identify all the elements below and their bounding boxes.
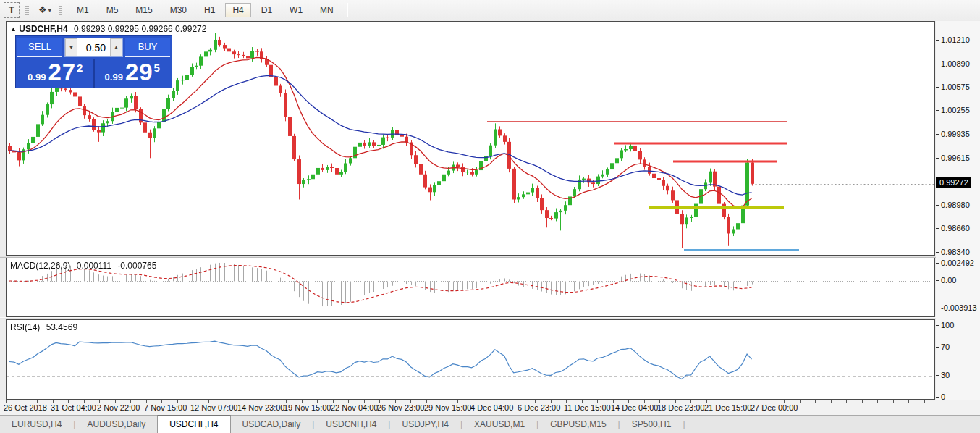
time-tick-mark: [815, 400, 816, 403]
timeframe-h4[interactable]: H4: [225, 3, 250, 17]
buy-price-big: 29: [125, 60, 153, 85]
sell-price-sup: 2: [77, 62, 83, 74]
volume-input[interactable]: [77, 38, 110, 56]
axis-tick-label: 0.00: [941, 276, 956, 285]
time-axis-label: 14 Nov 23:00: [237, 403, 284, 412]
macd-label: MACD(12,26,9) 0.000111 -0.000765: [10, 261, 156, 271]
time-axis-label: 18 Dec 23:00: [657, 403, 704, 412]
chevron-down-icon: ▾: [48, 7, 52, 14]
volume-box: ▼ ▲: [64, 38, 123, 57]
axis-tick-mark: [936, 64, 939, 64]
toolbar-grip[interactable]: [59, 4, 62, 17]
tab-usdcnh-h4[interactable]: USDCNH,H4: [314, 416, 388, 433]
rsi-canvas[interactable]: [7, 320, 934, 399]
axis-tick-label: 1.00890: [941, 59, 970, 68]
timeframe-w1[interactable]: W1: [282, 3, 310, 17]
time-axis-label: 14 Dec 04:00: [611, 403, 658, 412]
time-tick-mark: [924, 400, 925, 403]
one-click-trade-panel: SELL ▼ ▲ BUY 0.99 27 2 0.99 29 5: [15, 35, 172, 88]
timeframe-m30[interactable]: M30: [163, 3, 194, 17]
time-tick-mark: [862, 400, 863, 403]
chart-ohlc-values: 0.99293 0.99295 0.99266 0.99272: [74, 24, 207, 34]
timeframe-m5[interactable]: M5: [99, 3, 126, 17]
time-axis-label: 22 Nov 04:00: [331, 403, 378, 412]
tab-audusd-daily[interactable]: AUDUSD,Daily: [75, 416, 157, 433]
timeframe-d1[interactable]: D1: [254, 3, 279, 17]
time-axis-label: 4 Dec 04:00: [470, 403, 513, 412]
time-axis-label: 7 Nov 15:00: [144, 403, 187, 412]
volume-decrease-button[interactable]: ▼: [65, 38, 77, 56]
cursor-tool-button[interactable]: ❖ ▾: [37, 2, 53, 18]
axis-tick-mark: [936, 375, 939, 376]
time-axis-label: 27 Dec 00:00: [751, 403, 798, 412]
tab-sp500-h1[interactable]: SP500,H1: [620, 416, 683, 433]
axis-tick-label: 1.00575: [941, 83, 970, 91]
axis-tick-label: 0.98660: [941, 224, 970, 232]
axis-tick-mark: [936, 87, 939, 88]
tab-separator: |: [683, 416, 685, 433]
current-price-tag: 0.99272: [936, 177, 971, 188]
main-chart-panel: ▲ USDCHF,H4 0.99293 0.99295 0.99266 0.99…: [6, 21, 935, 256]
rsi-label: RSI(14) 53.4569: [10, 322, 77, 332]
axis-tick-mark: [936, 134, 939, 135]
collapse-arrow-icon[interactable]: ▲: [10, 25, 17, 33]
time-axis-label: 12 Nov 07:00: [190, 403, 237, 412]
volume-increase-button[interactable]: ▲: [110, 38, 122, 56]
macd-name: MACD(12,26,9): [10, 261, 70, 271]
axis-tick-label: 0.98340: [941, 248, 970, 256]
timeframe-m1[interactable]: M1: [69, 3, 96, 17]
time-tick-mark: [877, 400, 878, 403]
axis-tick-mark: [936, 205, 939, 206]
tab-usdcad-daily[interactable]: USDCAD,Daily: [231, 416, 313, 433]
axis-tick-label: 1.00255: [941, 106, 970, 114]
tab-usdchf-h4[interactable]: USDCHF,H4: [157, 415, 230, 433]
axis-tick-mark: [936, 280, 939, 281]
time-axis-label: 11 Dec 15:00: [564, 403, 611, 412]
buy-price-small: 0.99: [105, 72, 123, 83]
sell-price-small: 0.99: [28, 72, 46, 83]
time-axis-label: 26 Oct 2018: [4, 403, 47, 412]
chart-symbol-period: USDCHF,H4: [19, 24, 67, 34]
time-axis-label: 26 Nov 23:00: [377, 403, 424, 412]
axis-tick-mark: [936, 40, 939, 41]
time-axis-label: 2 Nov 22:00: [97, 403, 140, 412]
macd-main-value: 0.000111: [77, 261, 111, 271]
axis-tick-mark: [936, 347, 939, 348]
time-axis-label: 19 Nov 15:00: [284, 403, 331, 412]
time-axis-label: 29 Nov 15:00: [424, 403, 471, 412]
macd-signal-value: -0.000765: [117, 261, 156, 271]
rsi-value: 53.4569: [46, 322, 77, 332]
axis-tick-label: -0.003913: [941, 303, 977, 312]
axis-tick-label: 0.98980: [941, 201, 970, 209]
tab-gbpusd-m15[interactable]: GBPUSD,M15: [538, 416, 617, 433]
time-axis-label: 6 Dec 23:00: [518, 403, 560, 412]
timeframe-h1[interactable]: H1: [197, 3, 222, 17]
cursor-tool-icon: ❖: [38, 4, 47, 15]
time-axis-label: 31 Oct 04:00: [51, 403, 96, 412]
top-toolbar: T ❖ ▾ M1M5M15M30H1H4D1W1MN: [0, 0, 980, 20]
tab-usdjpy-h4[interactable]: USDJPY,H4: [390, 416, 460, 433]
timeframe-mn[interactable]: MN: [313, 3, 341, 17]
sell-button[interactable]: SELL: [17, 38, 62, 57]
time-tick-mark: [908, 400, 909, 403]
tab-eurusd-h4[interactable]: EURUSD,H4: [0, 416, 73, 433]
axis-tick-mark: [936, 263, 939, 264]
sell-price-display[interactable]: 0.99 27 2: [17, 59, 95, 88]
timeframe-m15[interactable]: M15: [128, 3, 159, 17]
buy-button[interactable]: BUY: [125, 38, 170, 57]
toolbar-grip[interactable]: [25, 4, 29, 17]
axis-tick-label: 1.01210: [941, 35, 970, 44]
time-tick-mark: [893, 400, 894, 403]
axis-tick-label: 0.002492: [941, 258, 974, 267]
rsi-indicator-panel: RSI(14) 53.4569: [6, 319, 935, 400]
axis-tick-label: 100: [941, 321, 954, 329]
time-axis-label: 21 Dec 15:00: [704, 403, 751, 412]
axis-tick-mark: [936, 252, 939, 253]
tab-xauusd-m1[interactable]: XAUUSD,M1: [462, 416, 536, 433]
text-tool-button[interactable]: T: [4, 2, 20, 18]
macd-indicator-panel: MACD(12,26,9) 0.000111 -0.000765: [6, 258, 935, 317]
buy-price-display[interactable]: 0.99 29 5: [95, 59, 171, 88]
time-tick-mark: [800, 400, 801, 403]
axis-tick-mark: [936, 110, 939, 111]
chart-tabs: EURUSD,H4|AUDUSD,DailyUSDCHF,H4USDCAD,Da…: [0, 415, 980, 433]
